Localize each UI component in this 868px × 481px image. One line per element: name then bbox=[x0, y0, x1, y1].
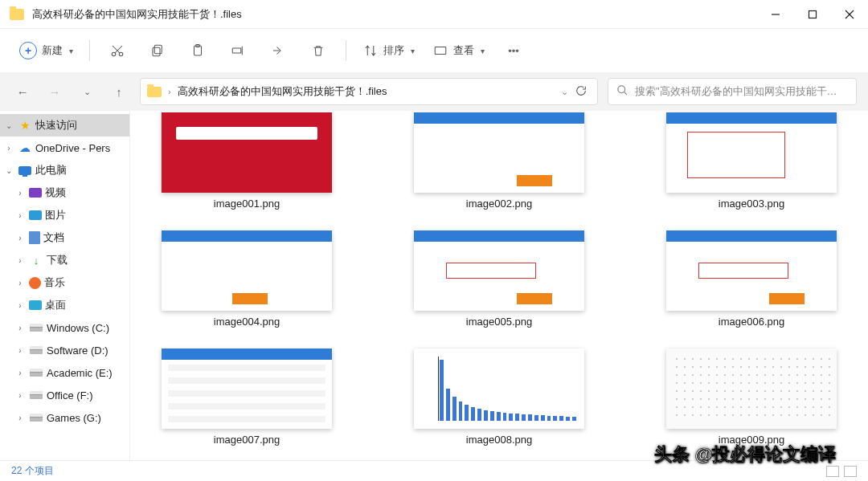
file-thumbnail bbox=[414, 349, 584, 429]
trash-icon bbox=[310, 43, 326, 59]
sidebar-item-desktop[interactable]: ›桌面 bbox=[0, 294, 129, 316]
minimize-button[interactable] bbox=[757, 0, 794, 28]
back-button[interactable]: ← bbox=[11, 85, 34, 99]
file-name: image008.png bbox=[466, 434, 532, 446]
sidebar-item-drive-g[interactable]: ›Games (G:) bbox=[0, 406, 129, 429]
window-title: 高效科研必备的中国知网实用技能干货！.files bbox=[32, 7, 757, 22]
sort-button[interactable]: 排序 ▾ bbox=[354, 36, 423, 65]
file-name: image003.png bbox=[719, 198, 784, 210]
file-name: image004.png bbox=[214, 316, 280, 328]
file-thumbnail bbox=[414, 230, 584, 311]
close-button[interactable] bbox=[831, 0, 868, 28]
paste-button[interactable] bbox=[178, 36, 217, 65]
up-button[interactable]: ↑ bbox=[108, 85, 130, 99]
chevron-down-icon: ▾ bbox=[69, 47, 73, 55]
drive-icon bbox=[29, 414, 43, 422]
cloud-icon: ☁ bbox=[18, 141, 32, 154]
drive-icon bbox=[29, 369, 43, 377]
file-item[interactable]: image001.png bbox=[145, 112, 349, 210]
sidebar-item-label: Academic (E:) bbox=[47, 367, 129, 379]
download-icon: ↓ bbox=[29, 255, 43, 267]
chevron-down-icon[interactable]: ⌄ bbox=[561, 87, 568, 97]
address-bar[interactable]: › 高效科研必备的中国知网实用技能干货！.files ⌄ bbox=[140, 78, 598, 105]
sidebar-item-this-pc[interactable]: ⌄ 此电脑 bbox=[0, 159, 129, 181]
sidebar-item-drive-e[interactable]: ›Academic (E:) bbox=[0, 361, 129, 384]
separator bbox=[89, 40, 90, 61]
search-box[interactable]: 搜索"高效科研必备的中国知网实用技能干… bbox=[608, 78, 857, 105]
music-icon bbox=[29, 277, 41, 289]
file-item[interactable]: image009.png bbox=[649, 349, 854, 446]
status-bar: 22 个项目 bbox=[0, 460, 868, 481]
svg-point-13 bbox=[618, 86, 625, 93]
search-icon bbox=[616, 84, 628, 99]
refresh-button[interactable] bbox=[575, 84, 591, 100]
cut-button[interactable] bbox=[98, 36, 137, 65]
svg-rect-7 bbox=[153, 47, 160, 56]
view-button[interactable]: 查看 ▾ bbox=[424, 36, 493, 65]
rename-button[interactable] bbox=[219, 36, 257, 65]
file-item[interactable]: image006.png bbox=[649, 230, 854, 328]
chevron-down-icon[interactable]: ⌄ bbox=[3, 166, 14, 175]
new-button[interactable]: + 新建 ▾ bbox=[11, 36, 81, 65]
share-icon bbox=[270, 43, 286, 59]
sidebar-item-drive-c[interactable]: ›Windows (C:) bbox=[0, 316, 129, 339]
sidebar-item-drive-d[interactable]: ›Software (D:) bbox=[0, 339, 129, 361]
sort-icon bbox=[362, 43, 379, 59]
sidebar-item-label: Office (F:) bbox=[47, 389, 129, 402]
thumbnails-view-icon[interactable] bbox=[844, 466, 857, 477]
drive-icon bbox=[29, 391, 43, 399]
details-view-icon[interactable] bbox=[826, 466, 839, 477]
view-mode-icons[interactable] bbox=[826, 466, 857, 477]
status-count: 22 个项目 bbox=[11, 464, 54, 478]
file-item[interactable]: image007.png bbox=[145, 349, 349, 446]
sidebar-item-label: Software (D:) bbox=[47, 344, 129, 357]
sidebar-item-music[interactable]: ›音乐 bbox=[0, 271, 129, 294]
sidebar-item-documents[interactable]: ›文档 bbox=[0, 226, 129, 249]
sidebar-item-videos[interactable]: ›视频 bbox=[0, 181, 129, 204]
chevron-down-icon: ▾ bbox=[481, 47, 485, 55]
sidebar-item-drive-f[interactable]: ›Office (F:) bbox=[0, 384, 129, 406]
forward-button[interactable]: → bbox=[43, 85, 66, 99]
sidebar-item-label: Windows (C:) bbox=[47, 322, 129, 334]
file-item[interactable]: image005.png bbox=[397, 230, 601, 328]
sidebar-item-label: 桌面 bbox=[45, 298, 129, 312]
delete-button[interactable] bbox=[299, 36, 338, 65]
sidebar-item-quick-access[interactable]: ⌄ ★ 快速访问 bbox=[0, 114, 129, 137]
file-thumbnail bbox=[666, 349, 837, 429]
sidebar-item-onedrive[interactable]: › ☁ OneDrive - Pers bbox=[0, 137, 129, 159]
copy-button[interactable] bbox=[138, 36, 177, 65]
share-button[interactable] bbox=[259, 36, 297, 65]
search-placeholder: 搜索"高效科研必备的中国知网实用技能干… bbox=[635, 84, 837, 99]
documents-icon bbox=[29, 231, 40, 244]
more-icon: ••• bbox=[506, 43, 522, 59]
file-item[interactable]: image004.png bbox=[145, 230, 349, 328]
breadcrumb[interactable]: 高效科研必备的中国知网实用技能干货！.files bbox=[178, 84, 387, 99]
chevron-right-icon[interactable]: › bbox=[3, 144, 14, 153]
chevron-down-icon[interactable]: ⌄ bbox=[3, 121, 14, 130]
drive-icon bbox=[29, 346, 43, 354]
recent-button[interactable]: ⌄ bbox=[76, 87, 98, 97]
sidebar-item-label: 此电脑 bbox=[35, 163, 129, 177]
folder-icon bbox=[147, 87, 162, 97]
sidebar-item-downloads[interactable]: ›↓下载 bbox=[0, 249, 129, 271]
file-item[interactable]: image003.png bbox=[649, 112, 854, 210]
file-list-view[interactable]: image001.png image002.png image003.png i… bbox=[130, 111, 868, 460]
file-thumbnail bbox=[666, 230, 837, 311]
svg-rect-10 bbox=[232, 48, 241, 53]
file-item[interactable]: image008.png bbox=[397, 349, 601, 446]
sidebar-item-label: 快速访问 bbox=[35, 118, 129, 132]
maximize-button[interactable] bbox=[794, 0, 831, 28]
window-titlebar: 高效科研必备的中国知网实用技能干货！.files bbox=[0, 0, 868, 29]
sidebar-item-pictures[interactable]: ›图片 bbox=[0, 204, 129, 226]
sidebar-item-label: 视频 bbox=[45, 185, 129, 200]
more-button[interactable]: ••• bbox=[494, 36, 533, 65]
file-thumbnail bbox=[666, 112, 837, 193]
sidebar-item-label: 图片 bbox=[45, 208, 129, 222]
file-thumbnail bbox=[162, 112, 332, 193]
star-icon: ★ bbox=[18, 119, 32, 132]
file-name: image002.png bbox=[466, 198, 532, 210]
copy-icon bbox=[149, 43, 166, 59]
svg-rect-12 bbox=[435, 47, 446, 55]
scissors-icon bbox=[109, 43, 125, 59]
file-item[interactable]: image002.png bbox=[397, 112, 601, 210]
